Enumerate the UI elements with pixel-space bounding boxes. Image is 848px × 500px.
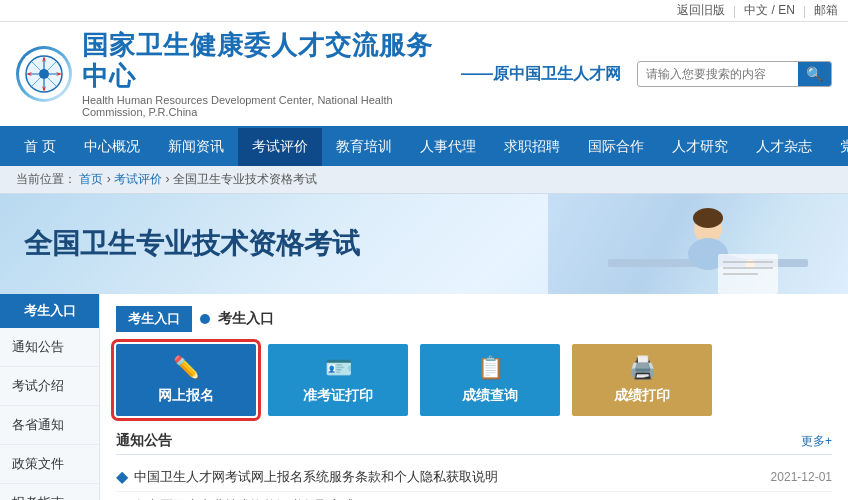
printer-icon: 🖨️ — [629, 355, 656, 381]
svg-point-20 — [693, 208, 723, 228]
banner-title: 全国卫生专业技术资格考试 — [24, 225, 360, 263]
sidebar-item-policy[interactable]: 政策文件 — [0, 445, 99, 484]
logo-area: 国家卫生健康委人才交流服务中心 Health Human Resources D… — [16, 30, 435, 118]
nav-item-party[interactable]: 党建工作 — [826, 128, 848, 166]
breadcrumb-home[interactable]: 首页 — [79, 172, 103, 186]
nav-item-overview[interactable]: 中心概况 — [70, 128, 154, 166]
top-bar-old-version[interactable]: 返回旧版 — [677, 2, 725, 19]
main-nav: 首 页 中心概况 新闻资讯 考试评价 教育培训 人事代理 求职招聘 国际合作 人… — [0, 128, 848, 166]
banner: 全国卫生专业技术资格考试 — [0, 194, 848, 294]
score-query-button[interactable]: 📋 成绩查询 — [420, 344, 560, 416]
nav-item-home[interactable]: 首 页 — [10, 128, 70, 166]
id-card-icon: 🪪 — [325, 355, 352, 381]
nav-item-news[interactable]: 新闻资讯 — [154, 128, 238, 166]
sidebar-item-provincial[interactable]: 各省通知 — [0, 406, 99, 445]
notice-more-link[interactable]: 更多+ — [801, 433, 832, 450]
section-header: 考生入口 考生入口 — [116, 306, 832, 332]
breadcrumb-sep2: › — [165, 172, 172, 186]
admission-print-button[interactable]: 🪪 准考证打印 — [268, 344, 408, 416]
notice-item-0: ◆ 中国卫生人才网考试网上报名系统服务条款和个人隐私获取说明 2021-12-0… — [116, 463, 832, 492]
logo-svg — [24, 54, 64, 94]
sidebar-header[interactable]: 考生入口 — [0, 294, 99, 328]
header-slogan: ——原中国卫生人才网 — [461, 64, 621, 85]
online-registration-label: 网上报名 — [158, 387, 214, 405]
top-bar: 返回旧版 | 中文 / EN | 邮箱 — [0, 0, 848, 22]
notice-item-1: ◆ 各考区卫生专业技术资格证书领取方式 2021-08-30 — [116, 492, 832, 500]
pencil-icon: ✏️ — [173, 355, 200, 381]
nav-item-talent[interactable]: 人才研究 — [658, 128, 742, 166]
site-main-title: 国家卫生健康委人才交流服务中心 — [82, 30, 435, 92]
sidebar-item-guide[interactable]: 报考指南 — [0, 484, 99, 500]
section-dot — [200, 314, 210, 324]
banner-illustration — [548, 194, 848, 294]
banner-image — [548, 194, 848, 294]
top-bar-mail[interactable]: 邮箱 — [814, 2, 838, 19]
notice-bullet-0: ◆ — [116, 469, 128, 485]
admission-print-label: 准考证打印 — [303, 387, 373, 405]
banner-placeholder — [548, 194, 848, 294]
action-row: ✏️ 网上报名 🪪 准考证打印 📋 成绩查询 🖨️ 成绩打印 — [116, 344, 832, 416]
header-titles: 国家卫生健康委人才交流服务中心 Health Human Resources D… — [82, 30, 435, 118]
breadcrumb-current: 全国卫生专业技术资格考试 — [173, 172, 317, 186]
score-print-label: 成绩打印 — [614, 387, 670, 405]
online-registration-button[interactable]: ✏️ 网上报名 — [116, 344, 256, 416]
nav-item-hr[interactable]: 人事代理 — [406, 128, 490, 166]
breadcrumb-label: 当前位置： — [16, 172, 76, 186]
header: 国家卫生健康委人才交流服务中心 Health Human Resources D… — [0, 22, 848, 128]
nav-item-jobs[interactable]: 求职招聘 — [490, 128, 574, 166]
sidebar-item-intro[interactable]: 考试介绍 — [0, 367, 99, 406]
nav-item-education[interactable]: 教育培训 — [322, 128, 406, 166]
svg-point-5 — [39, 69, 49, 79]
notice-section-header: 通知公告 更多+ — [116, 432, 832, 455]
sidebar-item-notice[interactable]: 通知公告 — [0, 328, 99, 367]
nav-item-magazine[interactable]: 人才杂志 — [742, 128, 826, 166]
search-box: 🔍 — [637, 61, 832, 87]
notice-title: 通知公告 — [116, 432, 172, 450]
content-area: 考生入口 考生入口 ✏️ 网上报名 🪪 准考证打印 📋 成绩查询 🖨️ 成绩打印 — [100, 294, 848, 500]
nav-item-exam[interactable]: 考试评价 — [238, 128, 322, 166]
notice-date-0: 2021-12-01 — [771, 470, 832, 484]
breadcrumb-sep1: › — [107, 172, 114, 186]
sidebar: 考生入口 通知公告 考试介绍 各省通知 政策文件 报考指南 — [0, 294, 100, 500]
nav-item-intl[interactable]: 国际合作 — [574, 128, 658, 166]
breadcrumb: 当前位置： 首页 › 考试评价 › 全国卫生专业技术资格考试 — [0, 166, 848, 194]
top-bar-language[interactable]: 中文 / EN — [744, 2, 795, 19]
section-title: 考生入口 — [218, 310, 274, 328]
site-sub-title: Health Human Resources Development Cente… — [82, 94, 435, 118]
main-content: 考生入口 通知公告 考试介绍 各省通知 政策文件 报考指南 考生入口 考生入口 … — [0, 294, 848, 500]
search-button[interactable]: 🔍 — [798, 62, 831, 86]
breadcrumb-exam[interactable]: 考试评价 — [114, 172, 162, 186]
logo-circle — [16, 46, 72, 102]
header-right: 🔍 — [637, 61, 832, 87]
search-input[interactable] — [638, 63, 798, 85]
score-query-label: 成绩查询 — [462, 387, 518, 405]
top-bar-divider1: | — [733, 4, 736, 18]
section-tag: 考生入口 — [116, 306, 192, 332]
logo-inner — [19, 49, 69, 99]
notice-text-0[interactable]: 中国卫生人才网考试网上报名系统服务条款和个人隐私获取说明 — [134, 468, 761, 486]
clipboard-icon: 📋 — [477, 355, 504, 381]
score-print-button[interactable]: 🖨️ 成绩打印 — [572, 344, 712, 416]
top-bar-divider2: | — [803, 4, 806, 18]
notice-list: ◆ 中国卫生人才网考试网上报名系统服务条款和个人隐私获取说明 2021-12-0… — [116, 463, 832, 500]
